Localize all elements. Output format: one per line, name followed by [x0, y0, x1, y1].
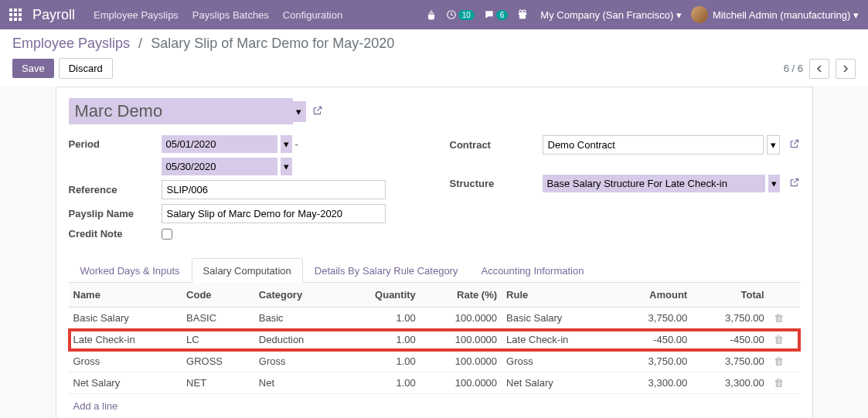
col-amount[interactable]: Amount [615, 283, 693, 308]
cell-rate[interactable]: 100.0000 [420, 351, 502, 372]
cell-code[interactable]: LC [182, 329, 254, 351]
col-category[interactable]: Category [254, 283, 341, 308]
pager: 6 / 6 [784, 59, 856, 79]
delete-icon[interactable]: 🗑 [774, 355, 784, 367]
structure-caret[interactable]: ▾ [768, 175, 780, 192]
col-rate[interactable]: Rate (%) [420, 283, 502, 308]
nav-configuration[interactable]: Configuration [283, 9, 342, 21]
cell-category[interactable]: Deduction [254, 329, 341, 351]
cell-code[interactable]: BASIC [182, 308, 254, 329]
svg-point-13 [519, 10, 523, 12]
cell-rule[interactable]: Basic Salary [502, 308, 615, 329]
cell-total[interactable]: 3,300.00 [692, 372, 769, 394]
cell-rate[interactable]: 100.0000 [420, 372, 502, 394]
cell-rule[interactable]: Net Salary [502, 372, 615, 394]
nav-employee-payslips[interactable]: Employee Payslips [94, 9, 179, 21]
tab-salary-computation[interactable]: Salary Computation [192, 258, 303, 283]
pager-prev[interactable] [809, 59, 829, 79]
structure-external-link-icon[interactable] [789, 177, 800, 190]
cell-amount[interactable]: 3,750.00 [615, 308, 693, 329]
contract-field[interactable] [543, 135, 764, 155]
col-quantity[interactable]: Quantity [341, 283, 420, 308]
nav-payslips-batches[interactable]: Payslips Batches [192, 9, 269, 21]
contract-caret[interactable]: ▾ [767, 135, 780, 155]
structure-field[interactable] [543, 175, 765, 192]
cell-total[interactable]: 3,750.00 [692, 351, 769, 372]
cell-quantity[interactable]: 1.00 [341, 372, 420, 394]
cell-name[interactable]: Late Check-in [69, 329, 182, 351]
col-total[interactable]: Total [692, 283, 769, 308]
period-to-caret[interactable]: ▾ [281, 158, 292, 175]
company-switcher[interactable]: My Company (San Francisco) ▾ [540, 9, 682, 21]
employee-dropdown[interactable]: ▾ [291, 101, 306, 122]
col-code[interactable]: Code [182, 283, 254, 308]
app-brand[interactable]: Payroll [32, 7, 75, 23]
cell-name[interactable]: Basic Salary [69, 308, 182, 329]
cell-quantity[interactable]: 1.00 [341, 308, 420, 329]
svg-point-14 [523, 10, 526, 12]
cell-category[interactable]: Basic [254, 308, 341, 329]
credit-note-label: Credit Note [69, 228, 162, 240]
tab-details[interactable]: Details By Salary Rule Category [303, 258, 470, 283]
pager-text: 6 / 6 [784, 63, 803, 74]
discard-button[interactable]: Discard [59, 58, 113, 79]
credit-note-checkbox[interactable] [162, 229, 172, 240]
apps-icon[interactable] [9, 8, 22, 21]
save-button[interactable]: Save [12, 59, 54, 78]
employee-field[interactable] [69, 98, 293, 124]
breadcrumb-parent[interactable]: Employee Payslips [12, 36, 130, 51]
delete-icon[interactable]: 🗑 [774, 377, 784, 389]
cell-rate[interactable]: 100.0000 [420, 308, 502, 329]
cell-name[interactable]: Gross [69, 351, 182, 372]
cell-code[interactable]: NET [182, 372, 254, 394]
period-to-field[interactable] [162, 158, 277, 175]
table-row[interactable]: GrossGROSSGross1.00100.0000Gross3,750.00… [69, 351, 800, 372]
navbar: Payroll Employee Payslips Payslips Batch… [0, 0, 868, 29]
cell-quantity[interactable]: 1.00 [341, 329, 420, 351]
tab-accounting[interactable]: Accounting Information [469, 258, 595, 283]
salary-table: Name Code Category Quantity Rate (%) Rul… [69, 283, 800, 394]
cell-amount[interactable]: 3,300.00 [615, 372, 693, 394]
tab-worked-days[interactable]: Worked Days & Inputs [69, 258, 192, 283]
payslip-name-field[interactable] [162, 204, 386, 223]
svg-rect-3 [9, 13, 12, 16]
svg-rect-2 [19, 8, 22, 12]
cell-rate[interactable]: 100.0000 [420, 329, 502, 351]
cell-total[interactable]: -450.00 [692, 329, 769, 351]
cell-amount[interactable]: 3,750.00 [615, 351, 693, 372]
bug-icon[interactable] [426, 9, 437, 20]
cell-total[interactable]: 3,750.00 [692, 308, 769, 329]
svg-rect-4 [14, 13, 17, 16]
pager-next[interactable] [836, 59, 856, 79]
reference-field[interactable] [162, 180, 386, 199]
gift-icon[interactable] [517, 9, 528, 20]
tabs: Worked Days & Inputs Salary Computation … [69, 258, 800, 283]
user-menu[interactable]: Mitchell Admin (manufacturing) ▾ [713, 9, 859, 21]
period-from-caret[interactable]: ▾ [281, 135, 292, 153]
reference-label: Reference [69, 184, 162, 195]
delete-icon[interactable]: 🗑 [774, 312, 784, 324]
cell-category[interactable]: Net [254, 372, 341, 394]
period-from-field[interactable] [162, 135, 277, 153]
contract-external-link-icon[interactable] [789, 138, 800, 151]
cell-code[interactable]: GROSS [182, 351, 254, 372]
cell-quantity[interactable]: 1.00 [341, 351, 420, 372]
payslip-name-label: Payslip Name [69, 208, 162, 219]
table-row[interactable]: Late Check-inLCDeduction1.00100.0000Late… [69, 329, 800, 351]
col-rule[interactable]: Rule [502, 283, 615, 308]
cell-rule[interactable]: Gross [502, 351, 615, 372]
col-name[interactable]: Name [69, 283, 182, 308]
cell-name[interactable]: Net Salary [69, 372, 182, 394]
cell-amount[interactable]: -450.00 [615, 329, 693, 351]
control-panel: Employee Payslips / Salary Slip of Marc … [0, 29, 868, 87]
delete-icon[interactable]: 🗑 [774, 334, 784, 345]
activity-icon[interactable]: 10 [446, 9, 475, 20]
add-line-link[interactable]: Add a line [69, 394, 123, 418]
messages-icon[interactable]: 6 [484, 9, 509, 20]
table-row[interactable]: Net SalaryNETNet1.00100.0000Net Salary3,… [69, 372, 800, 394]
external-link-icon[interactable] [312, 105, 323, 118]
cell-category[interactable]: Gross [254, 351, 341, 372]
svg-rect-6 [9, 18, 12, 21]
cell-rule[interactable]: Late Check-in [502, 329, 615, 351]
table-row[interactable]: Basic SalaryBASICBasic1.00100.0000Basic … [69, 308, 800, 329]
